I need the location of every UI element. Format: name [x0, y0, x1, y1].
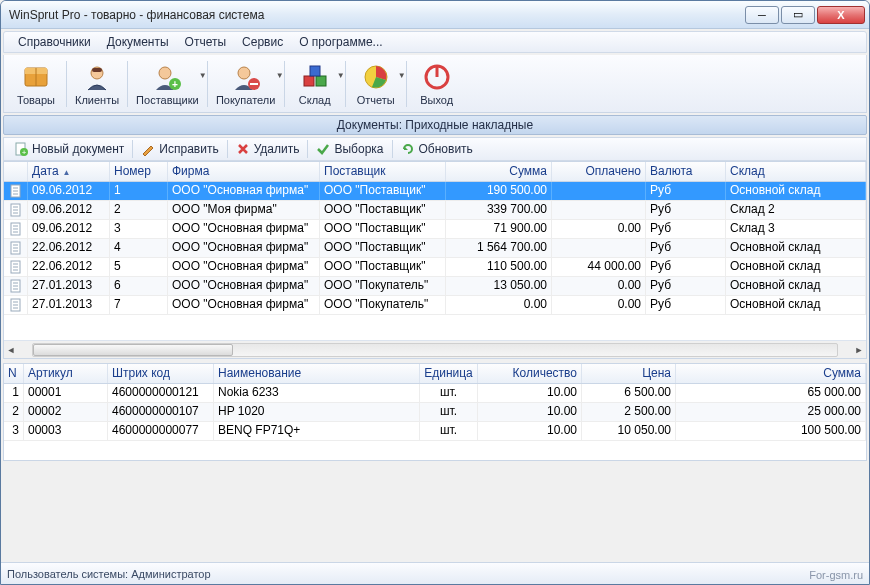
- cell-number: 5: [110, 258, 168, 276]
- doc-toolbar: + Новый документ Исправить Удалить Выбор…: [3, 137, 867, 161]
- edit-button[interactable]: Исправить: [135, 140, 224, 158]
- table-row[interactable]: 3000034600000000077BENQ FP71Q+шт.10.0010…: [4, 422, 866, 441]
- power-icon: [421, 61, 453, 93]
- col-date[interactable]: Дата▲: [28, 162, 110, 181]
- toolbar-exit[interactable]: Выход: [409, 59, 465, 108]
- col-total[interactable]: Сумма: [676, 364, 866, 383]
- cell-sum: 110 500.00: [446, 258, 552, 276]
- cell-article: 00001: [24, 384, 108, 402]
- table-row[interactable]: 2000024600000000107HP 1020шт.10.002 500.…: [4, 403, 866, 422]
- cell-paid: 0.00: [552, 277, 646, 295]
- col-qty[interactable]: Количество: [478, 364, 582, 383]
- dropdown-arrow-icon[interactable]: ▼: [276, 71, 284, 80]
- cell-sum: 0.00: [446, 296, 552, 314]
- status-user-label: Пользователь системы:: [7, 568, 128, 580]
- cell-paid: [552, 239, 646, 257]
- svg-rect-11: [304, 76, 314, 86]
- toolbar-warehouse[interactable]: Склад ▼: [287, 59, 343, 108]
- watermark: For-gsm.ru: [809, 569, 863, 581]
- col-paid[interactable]: Оплачено: [552, 162, 646, 181]
- scroll-right-icon[interactable]: ►: [852, 343, 866, 357]
- check-icon: [316, 142, 330, 156]
- col-sum[interactable]: Сумма: [446, 162, 552, 181]
- col-article[interactable]: Артикул: [24, 364, 108, 383]
- cell-sum: 339 700.00: [446, 201, 552, 219]
- cell-date: 09.06.2012: [28, 182, 110, 200]
- cell-warehouse: Основной склад: [726, 277, 866, 295]
- main-toolbar: Товары Клиенты + Поставщики ▼ Покупатели…: [3, 55, 867, 113]
- col-warehouse[interactable]: Склад: [726, 162, 866, 181]
- horizontal-scrollbar[interactable]: ◄ ►: [4, 340, 866, 358]
- dropdown-arrow-icon[interactable]: ▼: [199, 71, 207, 80]
- menu-about[interactable]: О программе...: [291, 33, 390, 51]
- col-unit[interactable]: Единица: [420, 364, 478, 383]
- cell-warehouse: Склад 2: [726, 201, 866, 219]
- document-icon: [4, 201, 28, 219]
- col-price[interactable]: Цена: [582, 364, 676, 383]
- col-firm[interactable]: Фирма: [168, 162, 320, 181]
- svg-point-8: [238, 67, 250, 79]
- cell-qty: 10.00: [478, 403, 582, 421]
- cell-unit: шт.: [420, 384, 478, 402]
- toolbar-goods[interactable]: Товары: [8, 59, 64, 108]
- col-icon[interactable]: [4, 162, 28, 181]
- menu-documents[interactable]: Документы: [99, 33, 177, 51]
- cell-number: 2: [110, 201, 168, 219]
- col-currency[interactable]: Валюта: [646, 162, 726, 181]
- cell-paid: [552, 201, 646, 219]
- dropdown-arrow-icon[interactable]: ▼: [337, 71, 345, 80]
- box-icon: [20, 61, 52, 93]
- table-row[interactable]: 09.06.20123ООО "Основная фирма"ООО "Пост…: [4, 220, 866, 239]
- dropdown-arrow-icon[interactable]: ▼: [398, 71, 406, 80]
- cell-n: 1: [4, 384, 24, 402]
- document-icon: [4, 220, 28, 238]
- toolbar-suppliers[interactable]: + Поставщики ▼: [130, 59, 205, 108]
- svg-text:+: +: [22, 148, 27, 156]
- maximize-button[interactable]: ▭: [781, 6, 815, 24]
- table-row[interactable]: 1000014600000000121Nokia 6233шт.10.006 5…: [4, 384, 866, 403]
- new-document-button[interactable]: + Новый документ: [8, 140, 130, 158]
- menu-reports[interactable]: Отчеты: [177, 33, 234, 51]
- table-row[interactable]: 22.06.20124ООО "Основная фирма"ООО "Пост…: [4, 239, 866, 258]
- table-row[interactable]: 27.01.20137ООО "Основная фирма"ООО "Поку…: [4, 296, 866, 315]
- table-row[interactable]: 09.06.20121ООО "Основная фирма"ООО "Пост…: [4, 182, 866, 201]
- cell-number: 7: [110, 296, 168, 314]
- toolbar-reports[interactable]: Отчеты ▼: [348, 59, 404, 108]
- cell-date: 22.06.2012: [28, 239, 110, 257]
- col-name[interactable]: Наименование: [214, 364, 420, 383]
- col-supplier[interactable]: Поставщик: [320, 162, 446, 181]
- filter-button[interactable]: Выборка: [310, 140, 389, 158]
- cell-warehouse: Основной склад: [726, 258, 866, 276]
- col-n[interactable]: N: [4, 364, 24, 383]
- cell-total: 100 500.00: [676, 422, 866, 440]
- table-row[interactable]: 09.06.20122ООО "Моя фирма"ООО "Поставщик…: [4, 201, 866, 220]
- close-button[interactable]: X: [817, 6, 865, 24]
- refresh-button[interactable]: Обновить: [395, 140, 479, 158]
- cell-price: 6 500.00: [582, 384, 676, 402]
- cell-article: 00002: [24, 403, 108, 421]
- toolbar-buyers[interactable]: Покупатели ▼: [210, 59, 282, 108]
- cell-warehouse: Основной склад: [726, 239, 866, 257]
- toolbar-clients[interactable]: Клиенты: [69, 59, 125, 108]
- sort-asc-icon: ▲: [63, 168, 71, 177]
- cell-barcode: 4600000000121: [108, 384, 214, 402]
- table-row[interactable]: 27.01.20136ООО "Основная фирма"ООО "Поку…: [4, 277, 866, 296]
- table-row[interactable]: 22.06.20125ООО "Основная фирма"ООО "Пост…: [4, 258, 866, 277]
- cell-date: 27.01.2013: [28, 277, 110, 295]
- menu-service[interactable]: Сервис: [234, 33, 291, 51]
- cell-unit: шт.: [420, 422, 478, 440]
- scroll-left-icon[interactable]: ◄: [4, 343, 18, 357]
- cell-warehouse: Склад 3: [726, 220, 866, 238]
- refresh-icon: [401, 142, 415, 156]
- pencil-icon: [141, 142, 155, 156]
- scroll-thumb[interactable]: [33, 344, 233, 356]
- menu-references[interactable]: Справочники: [10, 33, 99, 51]
- delete-button[interactable]: Удалить: [230, 140, 306, 158]
- detail-header: N Артикул Штрих код Наименование Единица…: [4, 364, 866, 384]
- svg-rect-13: [310, 66, 320, 76]
- minimize-button[interactable]: ─: [745, 6, 779, 24]
- col-barcode[interactable]: Штрих код: [108, 364, 214, 383]
- col-number[interactable]: Номер: [110, 162, 168, 181]
- cell-n: 3: [4, 422, 24, 440]
- cell-currency: Руб: [646, 182, 726, 200]
